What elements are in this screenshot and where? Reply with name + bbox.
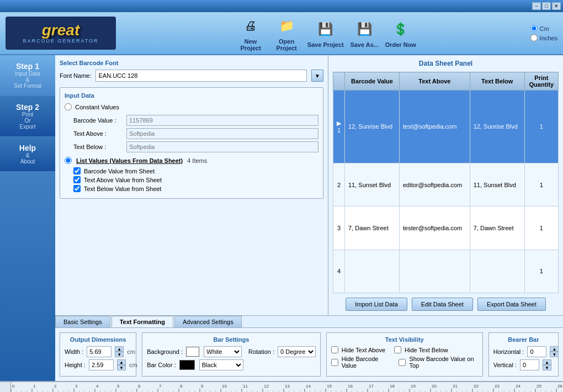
background-row: Background : White Rotation : 0 Degree: [147, 346, 316, 357]
sidebar-step1[interactable]: Step 1 Input Data&Set Format: [0, 55, 55, 96]
svg-text:15: 15: [327, 384, 332, 389]
order-now-button[interactable]: 💲 Order Now: [385, 18, 416, 48]
tab-basic[interactable]: Basic Settings: [55, 316, 110, 327]
import-list-button[interactable]: Import List Data: [346, 298, 407, 311]
table-row[interactable]: 2 11, Sunset Blvd editor@softpedia.com 1…: [333, 163, 559, 206]
font-dropdown-button[interactable]: ▼: [311, 70, 323, 82]
maximize-button[interactable]: □: [542, 2, 551, 10]
text-below-input[interactable]: [126, 141, 318, 152]
row-text-above: [399, 250, 470, 293]
v-bearer-input[interactable]: [520, 359, 539, 370]
export-data-sheet-button[interactable]: Export Data Sheet: [477, 298, 546, 311]
svg-text:21: 21: [453, 384, 458, 389]
save-as-button[interactable]: 💾 Save As...: [349, 18, 380, 48]
height-unit: cm: [129, 362, 137, 368]
bg-color-select[interactable]: White: [204, 346, 242, 357]
h-bearer-down[interactable]: ▼: [550, 352, 559, 357]
svg-text:20: 20: [432, 384, 437, 389]
rotation-select[interactable]: 0 Degree: [278, 346, 316, 357]
width-spinner: ▲ ▼: [115, 346, 124, 357]
constant-values-radio[interactable]: [65, 103, 72, 110]
width-down[interactable]: ▼: [115, 352, 124, 357]
cm-label: Cm: [540, 25, 549, 32]
help-title: Help: [2, 144, 53, 152]
edit-data-sheet-button[interactable]: Edit Data Sheet: [412, 298, 473, 311]
hide-barcode-check[interactable]: [331, 359, 338, 366]
text-above-input[interactable]: [126, 128, 318, 139]
row-barcode: 11, Sunset Blvd: [345, 163, 400, 206]
hide-text-below-check[interactable]: [394, 346, 401, 353]
new-project-button[interactable]: 🖨 NewProject: [236, 15, 266, 51]
table-row[interactable]: 3 7, Dawn Street tester@softpedia.com 7,…: [333, 206, 559, 250]
table-row[interactable]: ▶ 1 12, Sunrise Blvd test@softpedia.com …: [333, 91, 559, 163]
tab-text-formatting[interactable]: Text Formatting: [111, 316, 173, 327]
bearer-bar-title: Bearer Bar: [493, 336, 554, 343]
height-spinner: ▲ ▼: [117, 359, 126, 370]
open-project-button[interactable]: 📁 OpenProject: [272, 15, 302, 51]
minimize-button[interactable]: −: [532, 2, 541, 10]
cm-radio[interactable]: [530, 25, 538, 32]
width-up[interactable]: ▲: [115, 346, 124, 352]
text-below-row: Text Below :: [65, 141, 318, 152]
inches-radio[interactable]: [530, 34, 538, 41]
height-up[interactable]: ▲: [117, 359, 126, 365]
bg-swatch: [186, 347, 199, 357]
tab-advanced[interactable]: Advanced Settings: [174, 316, 242, 327]
check-text-above[interactable]: [73, 176, 81, 183]
svg-text:24: 24: [516, 384, 520, 389]
sidebar-step2[interactable]: Step 2 PrintOrExport: [0, 96, 55, 137]
bar-color-select[interactable]: Black: [199, 359, 243, 370]
step2-title: Step 2: [2, 103, 53, 112]
check-barcode-row: Barcode Value from Sheet: [65, 167, 318, 174]
check-barcode[interactable]: [73, 167, 81, 174]
h-bearer-input[interactable]: [527, 346, 546, 357]
left-panel: Select Barcode Font Font Name: ▼ Input D…: [55, 55, 328, 315]
v-bearer-row: Vertical : ▲ ▼: [493, 359, 554, 370]
table-row[interactable]: 4 1: [333, 250, 559, 293]
constant-values-label: Constant Values: [75, 104, 119, 110]
svg-text:22: 22: [474, 384, 479, 389]
hide-text-above-check[interactable]: [331, 346, 338, 353]
main-toolbar: 🖨 NewProject 📁 OpenProject 💾 Save Projec…: [127, 15, 525, 51]
barcode-value-input[interactable]: [126, 115, 318, 126]
col-qty: PrintQuantity: [524, 72, 558, 91]
v-bearer-down[interactable]: ▼: [543, 365, 551, 370]
row-indicator: ▶ 1: [333, 91, 345, 163]
height-input[interactable]: [89, 359, 114, 370]
check-text-below[interactable]: [73, 185, 81, 192]
bearer-bar-group: Bearer Bar Horizontal : ▲ ▼ Vertical :: [488, 332, 559, 377]
svg-text:5: 5: [117, 384, 120, 389]
main-content: Select Barcode Font Font Name: ▼ Input D…: [55, 55, 563, 381]
output-dimensions-title: Output Dimensions: [65, 336, 131, 343]
svg-text:4: 4: [96, 384, 99, 389]
sidebar: Step 1 Input Data&Set Format Step 2 Prin…: [0, 55, 55, 381]
list-values-radio[interactable]: [65, 157, 72, 164]
row-text-above: editor@softpedia.com: [399, 163, 470, 206]
show-barcode-top-check[interactable]: [399, 359, 406, 366]
svg-text:13: 13: [285, 384, 290, 389]
row-qty: 1: [524, 250, 558, 293]
data-table: Barcode Value Text Above Text Below Prin…: [333, 72, 559, 293]
save-project-button[interactable]: 💾 Save Project: [307, 18, 344, 48]
help-subtitle: &About: [2, 152, 53, 165]
app-logo: great BARCODE GENERATOR: [6, 17, 116, 50]
bottom-section: Basic Settings Text Formatting Advanced …: [55, 315, 563, 381]
height-label: Height :: [65, 362, 86, 368]
step1-subtitle: Input Data&Set Format: [2, 71, 53, 89]
table-buttons: Import List Data Edit Data Sheet Export …: [333, 298, 559, 311]
save-as-label: Save As...: [350, 41, 379, 48]
close-button[interactable]: ✕: [552, 2, 561, 10]
font-name-input[interactable]: [95, 70, 307, 82]
row-barcode: 12, Sunrise Blvd: [345, 91, 400, 163]
row-qty: 1: [524, 91, 558, 163]
svg-text:12: 12: [264, 384, 269, 389]
sidebar-help[interactable]: Help &About: [0, 137, 55, 172]
h-bearer-up[interactable]: ▲: [550, 346, 559, 352]
v-bearer-up[interactable]: ▲: [543, 359, 551, 365]
width-input[interactable]: [87, 346, 111, 357]
height-down[interactable]: ▼: [117, 365, 126, 370]
svg-text:2: 2: [54, 384, 57, 389]
svg-text:6: 6: [138, 384, 141, 389]
svg-text:7: 7: [159, 384, 162, 389]
save-as-icon: 💾: [353, 18, 375, 40]
